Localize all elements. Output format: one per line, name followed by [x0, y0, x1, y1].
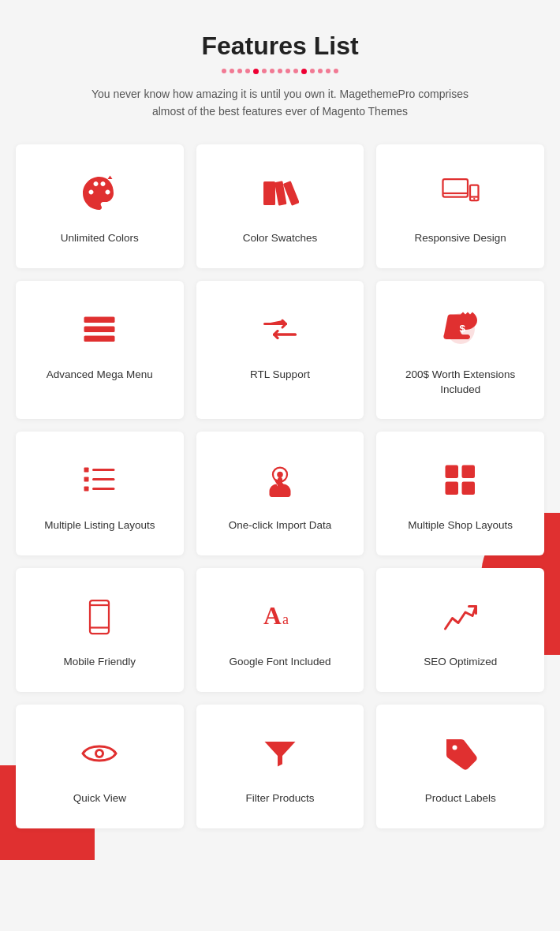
one-click-icon	[256, 457, 304, 504]
google-font-label: Google Font Included	[229, 655, 330, 670]
feature-card-seo: SEO Optimized	[376, 568, 544, 692]
feature-card-extensions: $ 200$ Worth Extensions Included	[376, 281, 544, 420]
dotted-divider	[16, 69, 544, 74]
color-swatches-icon	[256, 170, 304, 217]
filter-products-icon	[256, 730, 304, 777]
feature-card-multiple-shop: Multiple Shop Layouts	[376, 432, 544, 555]
svg-point-27	[99, 630, 101, 633]
quick-view-icon	[76, 730, 123, 777]
feature-card-filter-products: Filter Products	[196, 705, 364, 828]
svg-rect-15	[92, 478, 115, 480]
svg-rect-17	[92, 488, 115, 490]
rtl-support-label: RTL Support	[250, 368, 310, 383]
product-labels-icon	[437, 730, 484, 777]
svg-point-19	[277, 472, 283, 478]
filter-products-label: Filter Products	[245, 791, 314, 806]
svg-point-31	[97, 751, 102, 756]
multiple-listing-icon	[76, 457, 123, 504]
feature-card-responsive-design: Responsive Design	[376, 144, 544, 268]
svg-rect-22	[445, 482, 458, 495]
svg-rect-16	[84, 487, 89, 492]
svg-text:$: $	[459, 323, 465, 335]
unlimited-colors-icon	[76, 170, 123, 217]
advanced-mega-menu-label: Advanced Mega Menu	[47, 368, 153, 383]
features-grid: Unlimited Colors Color Swatches Responsi…	[16, 144, 544, 828]
svg-rect-0	[263, 181, 275, 205]
responsive-design-label: Responsive Design	[415, 231, 506, 246]
responsive-design-icon	[437, 170, 484, 217]
feature-card-advanced-mega-menu: Advanced Mega Menu	[16, 281, 184, 420]
feature-card-product-labels: Product Labels	[376, 705, 544, 828]
svg-rect-14	[84, 477, 89, 482]
extensions-label: 200$ Worth Extensions Included	[389, 368, 532, 398]
feature-card-mobile-friendly: Mobile Friendly	[16, 568, 184, 692]
quick-view-label: Quick View	[73, 791, 126, 806]
subtitle: You never know how amazing it is until y…	[75, 85, 485, 121]
svg-text:A: A	[263, 602, 282, 630]
feature-card-one-click: One-click Import Data	[196, 432, 364, 555]
svg-rect-9	[84, 326, 115, 332]
feature-card-google-font: A a Google Font Included	[196, 568, 364, 692]
svg-point-7	[473, 197, 475, 199]
page-title: Features List	[16, 32, 544, 61]
svg-rect-21	[461, 466, 475, 479]
advanced-mega-menu-icon	[76, 306, 123, 353]
multiple-listing-label: Multiple Listing Layouts	[44, 518, 155, 533]
svg-rect-23	[461, 482, 475, 495]
extensions-icon: $	[437, 306, 484, 353]
seo-icon	[437, 593, 484, 641]
svg-rect-8	[84, 316, 115, 323]
feature-card-rtl-support: RTL Support	[196, 281, 364, 420]
svg-rect-13	[92, 469, 115, 471]
header: Features List You never know how amazing…	[16, 32, 544, 121]
mobile-friendly-label: Mobile Friendly	[64, 655, 136, 670]
rtl-support-icon	[256, 306, 304, 353]
svg-point-32	[452, 746, 457, 750]
svg-rect-20	[445, 466, 458, 479]
feature-card-color-swatches: Color Swatches	[196, 144, 364, 268]
svg-rect-12	[84, 468, 89, 473]
feature-card-multiple-listing: Multiple Listing Layouts	[16, 432, 184, 555]
unlimited-colors-label: Unlimited Colors	[61, 231, 139, 246]
svg-text:a: a	[282, 611, 289, 627]
color-swatches-label: Color Swatches	[243, 231, 318, 246]
svg-rect-10	[84, 335, 115, 342]
feature-card-quick-view: Quick View	[16, 705, 184, 828]
page-wrapper: Features List You never know how amazing…	[0, 0, 560, 860]
mobile-friendly-icon	[76, 593, 123, 641]
feature-card-unlimited-colors: Unlimited Colors	[16, 144, 184, 268]
product-labels-label: Product Labels	[425, 791, 496, 806]
multiple-shop-label: Multiple Shop Layouts	[408, 518, 513, 533]
google-font-icon: A a	[256, 593, 304, 641]
seo-label: SEO Optimized	[424, 655, 497, 670]
multiple-shop-icon	[437, 457, 484, 504]
one-click-label: One-click Import Data	[229, 518, 332, 533]
